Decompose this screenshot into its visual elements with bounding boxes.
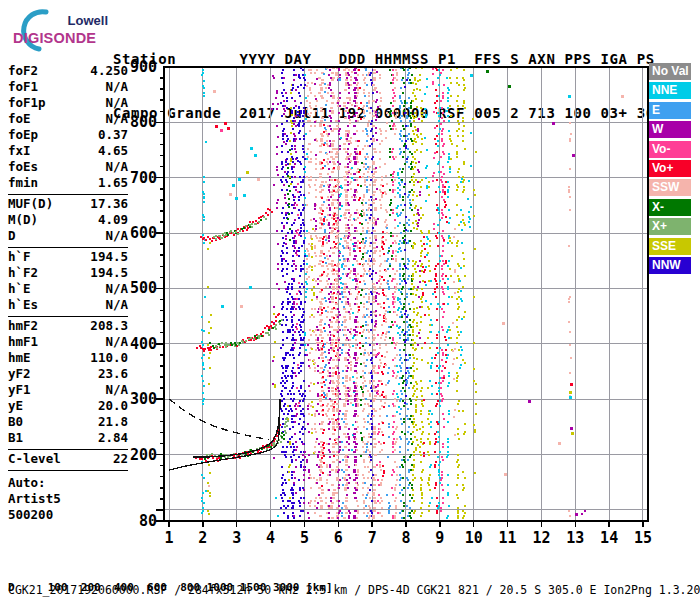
legend-item-no-val: No Val — [649, 63, 691, 80]
y-axis-tick-label: 800 — [130, 113, 157, 131]
x-axis-tick-label: 3 — [232, 529, 241, 547]
x-axis-tick-label: 10 — [465, 529, 483, 547]
legend-item-nne: NNE — [649, 82, 691, 99]
x-axis-tick-label: 11 — [499, 529, 517, 547]
x-axis-tick-label: 12 — [532, 529, 550, 547]
y-axis-tick-label: 600 — [130, 224, 157, 242]
x-axis-tick-label: 5 — [300, 529, 309, 547]
y-axis-tick-label: 500 — [130, 279, 157, 297]
status-line: CGK21_2017192060000.RSF / 284fx512h 50 k… — [8, 583, 700, 597]
x-axis-tick-label: 8 — [401, 529, 410, 547]
x-axis-tick-label: 14 — [600, 529, 618, 547]
legend-item-sse: SSE — [649, 238, 691, 255]
x-axis-tick-label: 15 — [634, 529, 652, 547]
legend-item-e: E — [649, 102, 691, 119]
doppler-direction-legend: No ValNNEEWVo-Vo+SSWX-X+SSENNW — [649, 63, 691, 276]
x-axis-tick-label: 13 — [566, 529, 584, 547]
y-axis-tick-label: 400 — [130, 335, 157, 353]
x-axis-tick-label: 4 — [266, 529, 275, 547]
legend-item-nnw: NNW — [649, 257, 691, 274]
legend-item-vo-: Vo- — [649, 141, 691, 158]
ionogram-plot: 9008007006005004003002008012345678910111… — [0, 0, 700, 600]
legend-item-ssw: SSW — [649, 179, 691, 196]
x-axis-tick-label: 1 — [164, 529, 173, 547]
legend-item-x-: X- — [649, 199, 691, 216]
legend-item-w: W — [649, 121, 691, 138]
legend-item-vo-: Vo+ — [649, 160, 691, 177]
y-axis-tick-label: 200 — [130, 446, 157, 464]
legend-item-x-: X+ — [649, 218, 691, 235]
y-axis-tick-label: 300 — [130, 390, 157, 408]
y-axis-tick-label: 900 — [130, 58, 157, 76]
x-axis-tick-label: 6 — [334, 529, 343, 547]
y-axis-tick-label: 700 — [130, 169, 157, 187]
x-axis-tick-label: 9 — [435, 529, 444, 547]
y-axis-tick-label: 80 — [139, 512, 157, 530]
x-axis-tick-label: 2 — [198, 529, 207, 547]
x-axis-tick-label: 7 — [368, 529, 377, 547]
